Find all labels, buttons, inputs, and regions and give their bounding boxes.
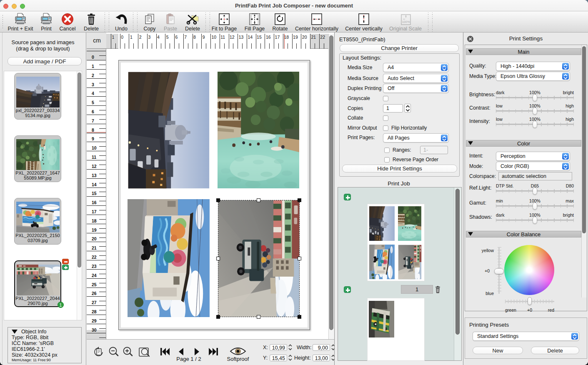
svg-text:100%: 100% (402, 20, 410, 24)
